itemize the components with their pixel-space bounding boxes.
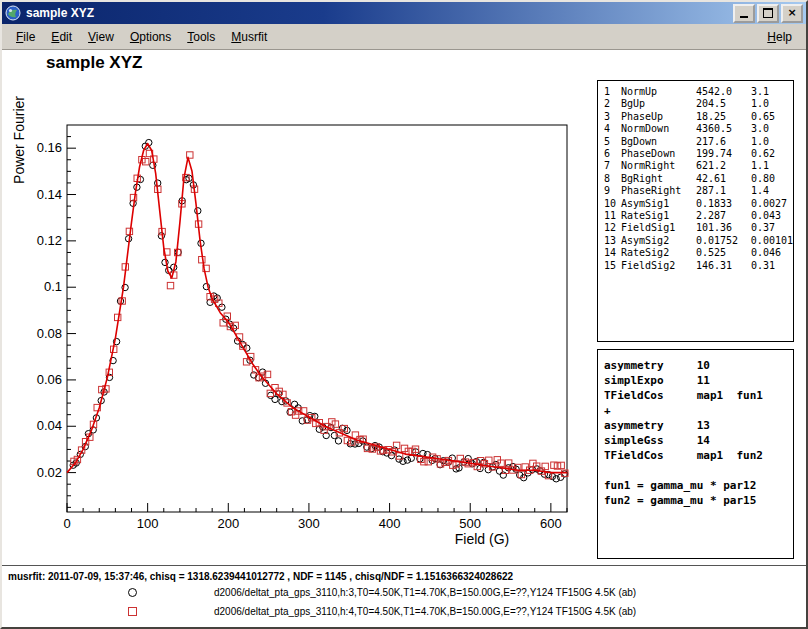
theory-line: fun2 = gamma_mu * par15 [604, 493, 793, 508]
theory-line: asymmetry 10 [604, 358, 793, 373]
x-axis: 0100200300400500600Field (G) [63, 503, 567, 547]
menu-edit[interactable]: Edit [43, 27, 80, 47]
param-row: 15FieldSig2146.310.31 [604, 260, 793, 272]
param-row: 7NormRight621.21.1 [604, 160, 793, 172]
svg-text:0.06: 0.06 [37, 372, 62, 387]
menu-view[interactable]: View [80, 27, 122, 47]
minimize-icon [740, 16, 748, 18]
legend-row-run3: d2006/deltat_pta_gps_3110,h:3,T0=4.50K,T… [2, 584, 802, 603]
menu-musrfit[interactable]: Musrfit [223, 27, 275, 47]
svg-text:300: 300 [298, 516, 320, 531]
svg-text:200: 200 [217, 516, 239, 531]
open-circle-marker-icon [128, 588, 137, 597]
y-axis: 0.020.040.060.080.10.120.140.16Power Fou… [11, 96, 76, 508]
y-axis-title: Power Fourier [11, 96, 27, 184]
maximize-icon [763, 8, 773, 18]
theory-line: asymmetry 13 [604, 418, 793, 433]
svg-text:400: 400 [379, 516, 401, 531]
param-row: 11RateSig12.2870.043 [604, 210, 793, 222]
theory-line: simplExpo 11 [604, 373, 793, 388]
plot-legend: d2006/deltat_pta_gps_3110,h:3,T0=4.50K,T… [2, 584, 802, 622]
param-row: 1NormUp4542.03.1 [604, 86, 793, 98]
legend-row-run4: d2006/deltat_pta_gps_3110,h:4,T0=4.50K,T… [2, 603, 802, 622]
x-axis-title: Field (G) [455, 531, 509, 547]
svg-text:100: 100 [137, 516, 159, 531]
fit-stats: musrfit: 2011-07-09, 15:37:46, chisq = 1… [8, 571, 513, 582]
open-square-marker-icon [128, 607, 137, 616]
param-row: 3PhaseUp18.250.65 [604, 111, 793, 123]
menu-options[interactable]: Options [122, 27, 179, 47]
theory-line: fun1 = gamma_mu * par12 [604, 478, 793, 493]
svg-text:0.12: 0.12 [37, 233, 62, 248]
menu-tools[interactable]: Tools [179, 27, 223, 47]
menubar: File Edit View Options Tools Musrfit Hel… [2, 24, 806, 50]
window-title: sample XYZ [26, 6, 733, 20]
menu-help[interactable]: Help [759, 27, 800, 47]
param-row: 6PhaseDown199.740.62 [604, 148, 793, 160]
param-row: 10AsymSig10.18330.0027 [604, 198, 793, 210]
param-row: 14RateSig20.5250.046 [604, 247, 793, 259]
fourier-plot[interactable]: 0100200300400500600Field (G)0.020.040.06… [2, 50, 602, 565]
theory-box: asymmetry 10simplExpo 11TFieldCos map1 f… [597, 349, 794, 559]
param-row: 8BgRight42.610.80 [604, 173, 793, 185]
param-row: 5BgDown217.61.0 [604, 136, 793, 148]
theory-line: + [604, 403, 793, 418]
maximize-button[interactable] [757, 4, 779, 23]
svg-text:0: 0 [63, 516, 70, 531]
app-window: sample XYZ × File Edit View Options Tool… [0, 0, 808, 629]
titlebar[interactable]: sample XYZ × [2, 2, 806, 24]
window-controls: × [733, 4, 803, 23]
legend-label: d2006/deltat_pta_gps_3110,h:3,T0=4.50K,T… [214, 587, 636, 598]
pad-divider [2, 565, 806, 566]
param-row: 2BgUp204.51.0 [604, 98, 793, 110]
param-row: 13AsymSig20.017520.00101 [604, 235, 793, 247]
svg-text:500: 500 [459, 516, 481, 531]
series-circles [70, 139, 568, 482]
fit-line [67, 144, 567, 473]
svg-text:0.16: 0.16 [37, 140, 62, 155]
svg-text:0.02: 0.02 [37, 465, 62, 480]
plot-frame [67, 125, 567, 512]
menu-file[interactable]: File [8, 27, 43, 47]
param-row: 12FieldSig1101.360.37 [604, 222, 793, 234]
series-squares [71, 150, 568, 479]
svg-text:600: 600 [540, 516, 562, 531]
close-button[interactable]: × [781, 4, 803, 23]
theory-line: simpleGss 14 [604, 433, 793, 448]
legend-label: d2006/deltat_pta_gps_3110,h:4,T0=4.50K,T… [214, 606, 636, 617]
theory-line: TFieldCos map1 fun2 [604, 448, 793, 463]
svg-text:0.04: 0.04 [37, 418, 62, 433]
param-table: 1NormUp4542.03.12BgUp204.51.03PhaseUp18.… [604, 86, 793, 272]
close-icon: × [787, 8, 796, 18]
param-row: 4NormDown4360.53.0 [604, 123, 793, 135]
minimize-button[interactable] [733, 4, 755, 23]
svg-text:0.1: 0.1 [44, 279, 62, 294]
parameter-box: 1NormUp4542.03.12BgUp204.51.03PhaseUp18.… [597, 80, 794, 342]
param-row: 9PhaseRight287.11.4 [604, 185, 793, 197]
app-icon [5, 5, 21, 21]
svg-text:0.08: 0.08 [37, 326, 62, 341]
theory-line [604, 463, 793, 478]
svg-text:0.14: 0.14 [37, 187, 62, 202]
root-canvas[interactable]: sample XYZ 0100200300400500600Field (G)0… [2, 50, 806, 628]
theory-line: TFieldCos map1 fun1 [604, 388, 793, 403]
